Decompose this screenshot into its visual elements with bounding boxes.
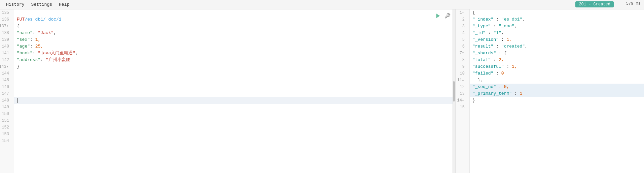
editor-line-143: } (14, 63, 453, 70)
editor-pane[interactable]: 135136137▾138139140141142143▴14414514614… (0, 9, 456, 173)
line-num-150: 150 (0, 111, 11, 117)
editor-line-139: "sex": 1, (14, 36, 453, 43)
resp-line-num-8: 8 (456, 57, 467, 63)
line-num-137: 137▾ (0, 23, 11, 30)
line-num-136: 136 (0, 16, 11, 23)
response-line-13: "_primary_term" : 1 (470, 90, 644, 97)
line-num-143: 143▴ (0, 63, 11, 70)
response-pane: 1▾234567▾891011▴121314▴15 { "_index" : "… (456, 9, 644, 173)
editor-line-142: "address": "广州小蛮腰" (14, 57, 453, 63)
editor-line-152 (14, 124, 453, 131)
response-line-3: "_type" : "_doc", (470, 23, 644, 30)
response-line-12: "_seq_no" : 0, (470, 84, 644, 90)
line-num-153: 153 (0, 131, 11, 138)
editor-scrollbar[interactable] (453, 9, 455, 173)
editor-line-147 (14, 90, 453, 97)
response-line-14: } (470, 97, 644, 104)
editor-line-150 (14, 111, 453, 117)
run-icon[interactable] (435, 13, 442, 20)
menu-bar: History Settings Help 201 - Created 579 … (0, 0, 644, 9)
resp-line-num-7: 7▾ (456, 50, 467, 57)
editor-toolbar (435, 13, 451, 20)
line-num-144: 144 (0, 70, 11, 77)
resp-line-num-14: 14▴ (456, 97, 467, 104)
resp-line-num-9: 9 (456, 63, 467, 70)
menu-help[interactable]: Help (56, 1, 73, 8)
editor-line-149 (14, 104, 453, 111)
editor-line-138: "name": "Jack", (14, 30, 453, 36)
scrollbar-handle[interactable] (453, 81, 455, 102)
resp-line-num-15: 15 (456, 104, 467, 111)
editor-code-lines[interactable]: PUT /es_db1/_doc/1{ "name": "Jack", "sex… (14, 9, 453, 173)
response-line-4: "_id" : "1", (470, 30, 644, 36)
editor-line-141: "book": "java入门至精通", (14, 50, 453, 57)
main-area: 135136137▾138139140141142143▴14414514614… (0, 9, 644, 173)
line-num-142: 142 (0, 57, 11, 63)
resp-line-num-11: 11▴ (456, 77, 467, 84)
response-line-6: "result" : "created", (470, 43, 644, 50)
editor-line-145 (14, 77, 453, 84)
editor-line-numbers: 135136137▾138139140141142143▴14414514614… (0, 9, 14, 173)
resp-line-num-10: 10 (456, 70, 467, 77)
editor-line-151 (14, 117, 453, 124)
line-num-152: 152 (0, 124, 11, 131)
resp-line-num-1: 1▾ (456, 9, 467, 16)
response-code-lines[interactable]: { "_index" : "es_db1", "_type" : "_doc",… (470, 9, 644, 173)
editor-line-136: PUT /es_db1/_doc/1 (14, 16, 453, 23)
status-badge: 201 - Created (575, 1, 614, 7)
response-line-10: "failed" : 0 (470, 70, 644, 77)
resp-line-num-3: 3 (456, 23, 467, 30)
response-line-numbers: 1▾234567▾891011▴121314▴15 (456, 9, 470, 173)
editor-line-154 (14, 138, 453, 144)
wrench-icon[interactable] (444, 13, 451, 20)
response-line-9: "successful" : 1, (470, 63, 644, 70)
response-line-11: }, (470, 77, 644, 84)
menu-history[interactable]: History (3, 1, 28, 8)
line-num-138: 138 (0, 30, 11, 36)
line-num-145: 145 (0, 77, 11, 84)
resp-line-num-13: 13 (456, 90, 467, 97)
resp-line-num-6: 6 (456, 43, 467, 50)
resp-line-num-5: 5 (456, 36, 467, 43)
line-num-148: 148 (0, 97, 11, 104)
line-num-154: 154 (0, 138, 11, 144)
line-num-139: 139 (0, 36, 11, 43)
resp-line-num-12: 12 (456, 84, 467, 90)
line-num-135: 135 (0, 9, 11, 16)
response-line-15 (470, 104, 644, 111)
response-line-2: "_index" : "es_db1", (470, 16, 644, 23)
line-num-151: 151 (0, 117, 11, 124)
editor-line-146 (14, 84, 453, 90)
time-badge: 579 ms (626, 1, 641, 6)
editor-code-container: 135136137▾138139140141142143▴14414514614… (0, 9, 455, 173)
line-num-149: 149 (0, 104, 11, 111)
editor-line-135 (14, 9, 453, 16)
resp-line-num-4: 4 (456, 30, 467, 36)
response-line-8: "total" : 2, (470, 57, 644, 63)
response-code-container: 1▾234567▾891011▴121314▴15 { "_index" : "… (456, 9, 644, 173)
editor-line-144 (14, 70, 453, 77)
response-line-1: { (470, 9, 644, 16)
editor-line-140: "age": 25, (14, 43, 453, 50)
response-line-5: "_version" : 1, (470, 36, 644, 43)
line-num-147: 147 (0, 90, 11, 97)
svg-marker-0 (436, 13, 440, 18)
editor-line-137: { (14, 23, 453, 30)
line-num-140: 140 (0, 43, 11, 50)
resp-line-num-2: 2 (456, 16, 467, 23)
response-line-7: "_shards" : { (470, 50, 644, 57)
editor-line-153 (14, 131, 453, 138)
menu-settings[interactable]: Settings (28, 1, 56, 8)
editor-line-148 (14, 97, 453, 104)
line-num-146: 146 (0, 84, 11, 90)
line-num-141: 141 (0, 50, 11, 57)
